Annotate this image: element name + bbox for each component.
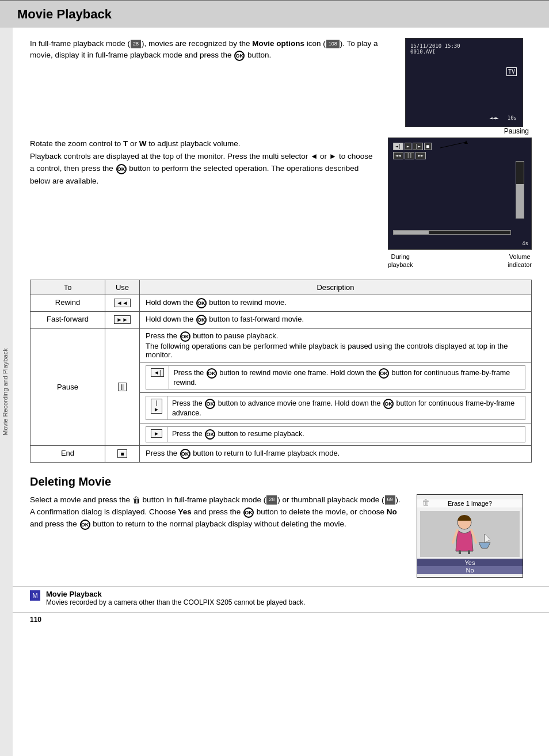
time-remaining: 10s	[508, 115, 517, 121]
diagram-labels: Duringplayback Volumeindicator	[388, 253, 532, 269]
del-ref-69: 69	[385, 495, 395, 505]
ctrl-advance-frame: |►	[413, 143, 423, 150]
w-bold: W	[139, 139, 147, 148]
volume-indicator-label: Volumeindicator	[508, 253, 532, 269]
page-footer: 110	[13, 612, 549, 628]
diagram-container: Pausing ◄| ► |► ■	[388, 138, 532, 269]
ok-button-symbol-2: OK	[116, 164, 127, 174]
erase-label: Erase 1 image?	[417, 499, 523, 507]
note-icon-letter: M	[32, 592, 37, 599]
ref-28: 28	[131, 40, 141, 49]
ok-rf: OK	[207, 368, 217, 379]
end-use: ■	[105, 445, 140, 462]
ok-af: OK	[205, 399, 215, 409]
ctrl-rewind-frame: ◄|	[393, 143, 403, 150]
sidebar-label: Movie Recording and Playback	[0, 28, 13, 756]
sub-row-resume: ► Press the OK button to resume playback…	[146, 426, 525, 442]
camera-filename: 0010.AVI	[410, 49, 518, 55]
ctrl-end: ■	[424, 143, 432, 150]
ff-use: ►►	[105, 311, 140, 328]
rewind-desc: Hold down the OK button to rewind movie.	[140, 295, 532, 311]
note-section: M Movie Playback Movies recorded by a ca…	[13, 586, 549, 612]
ff-desc: Hold down the OK button to fast-forward …	[140, 311, 532, 328]
deleting-text: Select a movie and press the 🗑 button in…	[30, 494, 405, 578]
ctrl-rewind: ◄◄	[393, 152, 403, 159]
ok-af2: OK	[383, 399, 394, 409]
pause-sub2-cell: |► Press the OK button to advance movie …	[140, 392, 532, 423]
resume-symbol: ►	[151, 429, 162, 438]
deleting-section: Deleting Movie Select a movie and press …	[13, 475, 549, 586]
progress-bar	[393, 230, 511, 235]
pause-sub-table2: |► Press the OK button to advance movie …	[146, 396, 525, 420]
ok-pause: OK	[180, 331, 190, 342]
sub-row-advance-frame: |► Press the OK button to advance movie …	[146, 396, 525, 419]
volume-bar	[516, 161, 524, 219]
note-content: Movie Playback Movies recorded by a came…	[46, 590, 305, 606]
erase-image-area	[420, 511, 520, 557]
pause-to: Pause	[30, 328, 105, 445]
rewind-symbol: ◄◄	[114, 299, 131, 307]
movie-options-bold: Movie options	[252, 39, 304, 48]
time-label: 4s	[522, 240, 528, 246]
play-rewind-symbol: ◄◄►	[489, 115, 498, 121]
end-to: End	[30, 445, 105, 462]
sub-rewind-frame-icon: ◄|	[146, 365, 169, 389]
deleting-para: Select a movie and press the 🗑 button in…	[30, 494, 405, 531]
erase-yes-btn[interactable]: Yes	[417, 559, 523, 567]
end-desc: Press the OK button to return to full-fr…	[140, 445, 532, 462]
during-playback-label: Duringplayback	[388, 253, 413, 269]
sub-rewind-frame-desc: Press the OK button to rewind movie one …	[169, 365, 525, 389]
yes-bold: Yes	[178, 507, 191, 516]
table-row-pause: Pause || Press the OK button to pause pl…	[30, 328, 532, 362]
main-content: In full-frame playback mode (28), movies…	[13, 28, 549, 463]
table-row-rewind: Rewind ◄◄ Hold down the OK button to rew…	[30, 295, 532, 311]
sub-advance-icon: |►	[146, 396, 167, 419]
intro-para1: In full-frame playback mode (28), movies…	[30, 38, 394, 62]
page: Movie Playback Movie Recording and Playb…	[0, 0, 549, 756]
table-header-row: To Use Description	[30, 280, 532, 295]
advance-frame-symbol: |►	[151, 399, 162, 414]
svg-line-0	[440, 142, 466, 148]
operations-table: To Use Description Rewind ◄◄ Hold down t…	[30, 280, 532, 463]
sub-row-rewind-frame: ◄| Press the OK button to rewind movie o…	[146, 365, 525, 389]
controls-para: Playback controls are displayed at the t…	[30, 150, 376, 188]
pause-sub-table: ◄| Press the OK button to rewind movie o…	[146, 365, 525, 390]
pause-sub1-cell: ◄| Press the OK button to rewind movie o…	[140, 362, 532, 392]
ok-rewind: OK	[196, 298, 207, 308]
end-symbol: ■	[117, 449, 127, 458]
middle-section: Rotate the zoom control to T or W to adj…	[30, 138, 532, 269]
ok-rf2: OK	[379, 368, 389, 379]
camera-screenshot-top: 15/11/2010 15:30 0010.AVI TV ◄◄► 10s	[405, 38, 532, 127]
pause-symbol: ||	[118, 383, 127, 391]
sub-resume-desc: Press the OK button to resume playback.	[167, 426, 525, 442]
pause-use: ||	[105, 328, 140, 445]
ctrl-play: ►	[405, 143, 412, 150]
ok-resume: OK	[205, 429, 215, 440]
ff-to: Fast-forward	[30, 311, 105, 328]
controls-diagram: Pausing ◄| ► |► ■	[388, 138, 532, 269]
table-row-fastforward: Fast-forward ►► Hold down the OK button …	[30, 311, 532, 328]
header-description: Description	[140, 280, 532, 295]
pause-sub-table3: ► Press the OK button to resume playback…	[146, 426, 525, 442]
pausing-text: Pausing	[504, 127, 529, 135]
ok-button-symbol-1: OK	[234, 51, 245, 61]
table-row-end: End ■ Press the OK button to return to f…	[30, 445, 532, 462]
erase-dialog: 🗑 Erase 1 image?	[417, 494, 532, 578]
tv-icon: TV	[506, 67, 517, 76]
deleting-content: Select a movie and press the 🗑 button in…	[30, 494, 532, 578]
cartoon-figure	[447, 514, 493, 554]
rewind-use: ◄◄	[105, 295, 140, 311]
top-section: In full-frame playback mode (28), movies…	[30, 38, 532, 127]
pause-sub3-cell: ► Press the OK button to resume playback…	[140, 423, 532, 445]
ctrl-ff: ►►	[415, 152, 426, 159]
t-bold: T	[123, 139, 128, 148]
rewind-frame-symbol: ◄|	[151, 368, 164, 377]
no-bold: No	[387, 507, 397, 516]
ok-end: OK	[180, 449, 190, 459]
bottom-ctrl-row: ◄◄ || ►►	[393, 152, 527, 159]
ok-delete: OK	[243, 507, 254, 518]
page-number: 110	[30, 616, 41, 624]
note-icon: M	[30, 590, 40, 601]
sub-resume-icon: ►	[146, 426, 167, 442]
erase-no-btn[interactable]: No	[417, 566, 523, 574]
